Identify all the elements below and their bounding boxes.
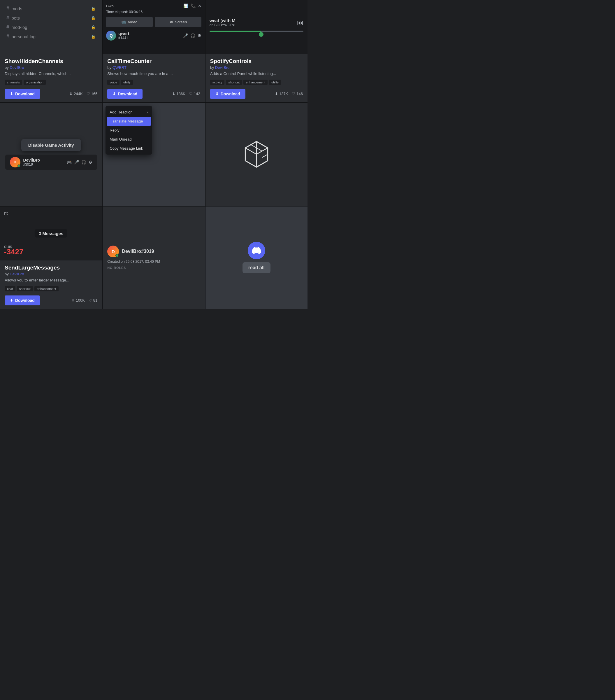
- ctx-translate[interactable]: Translate Message: [107, 117, 151, 126]
- user-avatar: D: [107, 246, 119, 257]
- status-indicator: [115, 254, 119, 257]
- download-icon: ⬇: [215, 91, 219, 96]
- card-author: by QWERT: [107, 65, 200, 70]
- download-count: ⬇ 186K: [172, 91, 185, 96]
- lock-icon: 🔒: [91, 34, 95, 39]
- box-icon: [241, 138, 272, 170]
- card-tags: channels organization: [5, 80, 97, 85]
- card-game-activity-toggle: Disable Game Activity D DevilBro #3019 🎮…: [0, 103, 102, 206]
- heart-icon: ♡: [292, 91, 295, 96]
- slm-label: 3 Messages: [35, 229, 67, 238]
- plugin-grid: # mods 🔒 # bots 🔒 # mod-log 🔒: [0, 0, 307, 309]
- download-stat-icon: ⬇: [69, 91, 73, 96]
- tag: shortcut: [226, 80, 242, 85]
- user-avatar: D: [10, 157, 21, 167]
- card-desc: Adds a Control Panel while listening...: [210, 71, 303, 77]
- card-tags: activity shortcut enhancement utility: [210, 80, 303, 85]
- download-button[interactable]: ⬇ Download: [107, 89, 142, 99]
- card-stats: ⬇ 100K ♡ 81: [72, 298, 97, 302]
- tag: activity: [210, 80, 225, 85]
- card-preview-ctc: Bwo 📊 📞 ✕ Time elapsed: 00:04:16 📹 Video…: [103, 0, 205, 54]
- mic-icon: 🎤: [74, 160, 79, 164]
- status-indicator: [17, 164, 21, 167]
- card-title: CallTimeCounter: [107, 58, 200, 64]
- video-button[interactable]: 📹 Video: [106, 17, 152, 27]
- ctx-copy-message-link[interactable]: Copy Message Link: [105, 144, 152, 153]
- card-author: by DevilBro: [5, 65, 97, 70]
- card-free-emojis: FreeEmojis by BetterDiscord If you don't…: [205, 103, 307, 206]
- game-icon: 🎮: [67, 160, 72, 164]
- waveform-icon: 📊: [183, 3, 188, 8]
- mic-icon: 🎤: [183, 33, 188, 38]
- card-preview-shc: # mods 🔒 # bots 🔒 # mod-log 🔒: [0, 0, 102, 54]
- channel-mod-log: # mod-log 🔒: [4, 23, 98, 32]
- slm-count: -3427: [4, 247, 24, 257]
- card-author: by DevilBro: [210, 65, 303, 70]
- card-title: ShowHiddenChannels: [5, 58, 97, 64]
- card-preview-spotify: weat (with M on BODYWOR> ⏮: [205, 0, 307, 54]
- download-stat-icon: ⬇: [172, 91, 176, 96]
- tag: voice: [107, 80, 119, 85]
- card-title: SpotifyControls: [210, 58, 303, 64]
- settings-icon: ⚙: [89, 160, 92, 164]
- tag: chat: [5, 286, 15, 291]
- card-footer: ⬇ Download ⬇ 244K ♡ 165: [5, 89, 97, 99]
- channel-bots: # bots 🔒: [4, 13, 98, 22]
- card-preview-ran: read all: [205, 207, 307, 309]
- download-button[interactable]: ⬇ Download: [210, 89, 245, 99]
- card-spotify-controls: weat (with M on BODYWOR> ⏮ SpotifyContro…: [205, 0, 307, 102]
- lock-icon: 🔒: [91, 25, 95, 29]
- card-body: SendLargeMessages by DevilBro Allows you…: [0, 261, 102, 309]
- card-body: ShowHiddenChannels by DevilBro Displays …: [0, 54, 102, 102]
- tag: organization: [24, 80, 46, 85]
- download-icon: ⬇: [113, 91, 116, 96]
- lock-icon: 🔒: [91, 16, 95, 20]
- card-footer: ⬇ Download ⬇ 100K ♡ 81: [5, 296, 97, 305]
- card-stats: ⬇ 186K ♡ 142: [172, 91, 200, 96]
- card-preview-slm: nt 3 Messages duis -3427: [0, 207, 102, 261]
- card-preview-gat: Disable Game Activity D DevilBro #3019 🎮…: [0, 103, 102, 206]
- ctx-mark-unread[interactable]: Mark Unread: [105, 135, 152, 144]
- card-body: SpotifyControls by DevilBro Adds a Contr…: [205, 54, 307, 102]
- download-count: ⬇ 100K: [72, 298, 85, 302]
- card-preview-cd: D DevilBro#3019 Created on 25.08.2017, 0…: [103, 207, 205, 309]
- tag: channels: [5, 80, 22, 85]
- channel-personal-log: # personal-log 🔒: [4, 32, 98, 41]
- like-count: ♡ 81: [89, 298, 97, 302]
- card-creation-date: D DevilBro#3019 Created on 25.08.2017, 0…: [103, 207, 205, 309]
- card-preview-fe: [205, 103, 307, 206]
- card-show-hidden-channels: # mods 🔒 # bots 🔒 # mod-log 🔒: [0, 0, 102, 102]
- card-google-translate-option: Add Reaction › Translate Message Reply M…: [103, 103, 205, 206]
- screen-button[interactable]: 🖥 Screen: [155, 17, 201, 27]
- like-count: ♡ 142: [189, 91, 200, 96]
- heart-icon: ♡: [189, 91, 193, 96]
- phone-icon: 📞: [191, 3, 195, 8]
- card-tags: chat shortcut enhancement: [5, 286, 97, 291]
- card-send-large-messages: nt 3 Messages duis -3427 SendLargeMessag…: [0, 207, 102, 309]
- card-read-all-notifications: read all ReadAllNotificationsB... by Dev…: [205, 207, 307, 309]
- card-footer: ⬇ Download ⬇ 186K ♡ 142: [107, 89, 200, 99]
- download-button[interactable]: ⬇ Download: [5, 89, 40, 99]
- screen-icon: 🖥: [169, 20, 173, 24]
- gat-popup: Disable Game Activity: [21, 139, 81, 151]
- download-count: ⬇ 137K: [275, 91, 288, 96]
- heart-icon: ♡: [89, 298, 92, 302]
- like-count: ♡ 146: [292, 91, 303, 96]
- settings-icon: ⚙: [197, 33, 201, 38]
- tag: utility: [121, 80, 133, 85]
- card-footer: ⬇ Download ⬇ 137K ♡ 146: [210, 89, 303, 99]
- download-icon: ⬇: [10, 91, 13, 96]
- headphone-icon: 🎧: [81, 160, 86, 164]
- card-stats: ⬇ 137K ♡ 146: [275, 91, 303, 96]
- context-menu: Add Reaction › Translate Message Reply M…: [105, 106, 152, 154]
- card-tags: voice utility: [107, 80, 200, 85]
- card-desc: Shows how much time you are in a ...: [107, 71, 200, 77]
- card-desc: Displays all hidden Channels, which...: [5, 71, 97, 77]
- tag: shortcut: [17, 286, 33, 291]
- download-stat-icon: ⬇: [275, 91, 278, 96]
- download-button[interactable]: ⬇ Download: [5, 296, 40, 305]
- card-desc: Allows you to enter larger Message...: [5, 278, 97, 283]
- card-author: by DevilBro: [5, 272, 97, 276]
- ctx-reply[interactable]: Reply: [105, 126, 152, 135]
- read-all-bubble: read all: [243, 262, 270, 273]
